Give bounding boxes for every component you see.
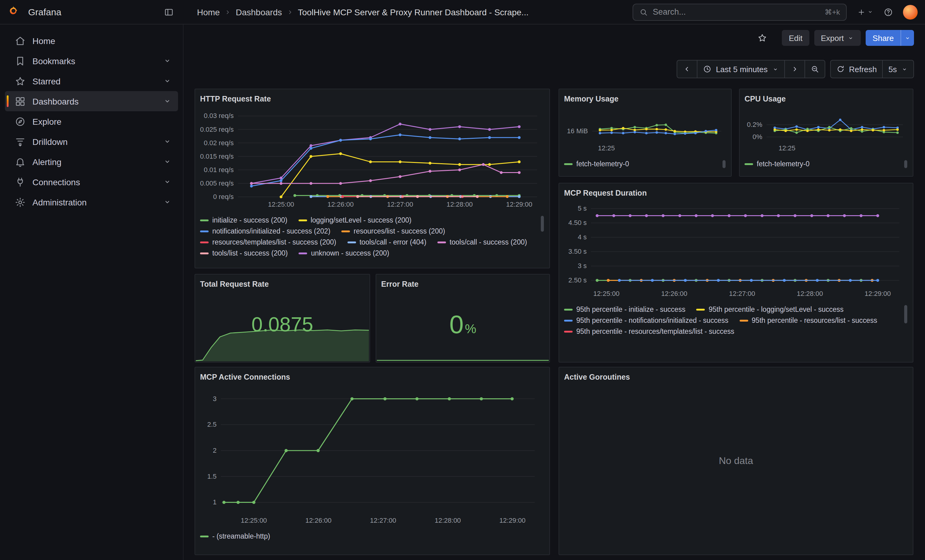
sidebar-item-starred[interactable]: Starred bbox=[5, 71, 178, 91]
sidebar-item-label: Drilldown bbox=[32, 137, 156, 146]
legend-scrollbar[interactable] bbox=[541, 216, 544, 232]
legend-scrollbar[interactable] bbox=[723, 160, 726, 168]
legend-item[interactable]: unknown - success (200) bbox=[299, 248, 389, 258]
legend-swatch bbox=[739, 320, 748, 321]
legend-scrollbar[interactable] bbox=[904, 305, 907, 323]
sidebar-item-dashboards[interactable]: Dashboards bbox=[5, 91, 178, 111]
legend-item[interactable]: 95th percentile - resources/list - succe… bbox=[739, 315, 877, 326]
dashboard-canvas: Edit Export Share bbox=[184, 24, 925, 560]
panel-total-request-rate: Total Request Rate 0.0875 bbox=[194, 274, 370, 363]
legend-label: - (streamable-http) bbox=[212, 533, 270, 540]
question-circle-icon bbox=[883, 7, 893, 17]
breadcrumb-home[interactable]: Home bbox=[197, 7, 220, 17]
svg-text:12:28:00: 12:28:00 bbox=[447, 201, 473, 208]
legend-item[interactable]: 95th percentile - initialize - success bbox=[564, 304, 685, 315]
cpu-usage-chart[interactable]: 0.2%0%12:25 bbox=[744, 105, 908, 153]
plus-icon bbox=[857, 8, 865, 16]
sidebar-item-bookmarks[interactable]: Bookmarks bbox=[5, 51, 178, 71]
legend-item[interactable]: tools/call - error (404) bbox=[347, 237, 426, 248]
refresh-interval-picker[interactable]: 5s bbox=[883, 60, 914, 78]
sidebar-item-alerting[interactable]: Alerting bbox=[5, 152, 178, 172]
legend-item[interactable]: initialize - success (200) bbox=[200, 215, 287, 225]
legend-scrollbar[interactable] bbox=[904, 160, 907, 168]
share-button[interactable]: Share bbox=[866, 30, 901, 46]
stat-value: 0 % bbox=[376, 287, 549, 362]
http-request-rate-chart[interactable]: 0 req/s0.005 req/s0.01 req/s0.015 req/s0… bbox=[200, 105, 543, 209]
chevron-down-icon[interactable] bbox=[163, 97, 172, 106]
legend-label: 95th percentile - notifications/initiali… bbox=[576, 317, 728, 324]
legend-item[interactable]: 95th percentile - logging/setLevel - suc… bbox=[696, 304, 844, 315]
panel-title[interactable]: CPU Usage bbox=[744, 93, 908, 105]
breadcrumb-current-dashboard: ToolHive MCP Server & Proxy Runner Dashb… bbox=[298, 7, 529, 17]
brand-name: Grafana bbox=[28, 7, 61, 17]
mcp-active-connections-chart[interactable]: 32.521.5112:25:0012:26:0012:27:0012:28:0… bbox=[200, 383, 543, 525]
time-shift-forward-button[interactable] bbox=[784, 60, 805, 78]
search-box[interactable]: ⌘+k bbox=[633, 3, 847, 21]
chevron-down-icon[interactable] bbox=[163, 177, 172, 186]
legend-item[interactable]: resources/templates/list - success (200) bbox=[200, 237, 336, 248]
sidebar-item-administration[interactable]: Administration bbox=[5, 192, 178, 212]
legend-item[interactable]: tools/call - success (200) bbox=[437, 237, 527, 248]
new-menu-button[interactable] bbox=[853, 3, 877, 21]
panel-title[interactable]: HTTP Request Rate bbox=[200, 93, 544, 105]
legend-item[interactable]: fetch-telemetry-0 bbox=[564, 158, 629, 169]
panel-memory-usage: Memory Usage 16 MiB12:25 fetch-telemetry… bbox=[559, 89, 732, 177]
dashboard-toolbar: Edit Export Share bbox=[754, 29, 914, 47]
chevron-down-icon[interactable] bbox=[163, 77, 172, 86]
time-range-picker[interactable]: Last 5 minutes bbox=[697, 60, 785, 78]
panel-title[interactable]: Memory Usage bbox=[564, 93, 726, 105]
legend-item[interactable]: 95th percentile - notifications/initiali… bbox=[564, 315, 728, 326]
panel-title[interactable]: MCP Active Connections bbox=[200, 371, 544, 383]
legend-item[interactable]: - (streamable-http) bbox=[200, 531, 270, 542]
time-shift-back-button[interactable] bbox=[676, 60, 698, 78]
error-rate-unit: % bbox=[465, 321, 476, 336]
zoom-out-button[interactable] bbox=[804, 60, 825, 78]
svg-text:4.50 s: 4.50 s bbox=[568, 219, 587, 227]
user-avatar[interactable] bbox=[903, 5, 917, 19]
sidebar-item-drilldown[interactable]: Drilldown bbox=[5, 131, 178, 152]
legend-item[interactable]: fetch-telemetry-0 bbox=[744, 158, 810, 169]
chevron-down-icon[interactable] bbox=[163, 56, 172, 65]
legend-swatch bbox=[200, 230, 209, 232]
mcp-request-duration-chart[interactable]: 5 s4.50 s4 s3.50 s3 s2.50 s12:25:0012:26… bbox=[564, 199, 907, 298]
sidebar-item-explore[interactable]: Explore bbox=[5, 111, 178, 131]
legend-label: logging/setLevel - success (200) bbox=[310, 216, 411, 224]
sidebar-item-home[interactable]: Home bbox=[5, 30, 178, 51]
search-input[interactable] bbox=[653, 8, 820, 17]
chevron-down-icon[interactable] bbox=[163, 197, 172, 207]
legend-item[interactable]: resources/list - success (200) bbox=[341, 225, 445, 237]
memory-usage-chart[interactable]: 16 MiB12:25 bbox=[564, 105, 726, 153]
drilldown-icon bbox=[15, 136, 26, 147]
refresh-group: Refresh 5s bbox=[830, 60, 914, 78]
sidebar-item-connections[interactable]: Connections bbox=[5, 172, 178, 192]
chevron-down-icon[interactable] bbox=[163, 137, 172, 146]
legend-item[interactable]: tools/list - success (200) bbox=[200, 248, 288, 258]
export-button[interactable]: Export bbox=[814, 30, 861, 46]
chevron-down-icon[interactable] bbox=[163, 157, 172, 166]
svg-text:12:25:00: 12:25:00 bbox=[594, 290, 620, 297]
svg-text:12:27:00: 12:27:00 bbox=[370, 516, 396, 524]
help-button[interactable] bbox=[880, 3, 897, 21]
edit-button[interactable]: Edit bbox=[782, 30, 809, 46]
legend-swatch bbox=[696, 308, 705, 310]
clock-icon bbox=[703, 65, 711, 74]
panel-error-rate: Error Rate 0 % bbox=[376, 274, 550, 363]
breadcrumb-dashboards[interactable]: Dashboards bbox=[236, 7, 282, 17]
mega-menu-toggle-button[interactable] bbox=[160, 3, 178, 21]
favorite-star-button[interactable] bbox=[754, 29, 771, 47]
grafana-logo[interactable] bbox=[9, 5, 22, 19]
legend-item[interactable]: 95th percentile - resources/templates/li… bbox=[564, 326, 734, 337]
active-indicator bbox=[7, 95, 9, 107]
refresh-button[interactable]: Refresh bbox=[830, 60, 883, 78]
svg-text:12:25: 12:25 bbox=[779, 144, 795, 152]
legend-item[interactable]: notifications/initialized - success (202… bbox=[200, 225, 330, 237]
chevron-right-icon bbox=[790, 65, 798, 74]
panel-title[interactable]: MCP Request Duration bbox=[564, 187, 908, 199]
chevron-down-icon bbox=[772, 66, 779, 72]
sidebar-item-label: Alerting bbox=[32, 157, 156, 167]
share-options-button[interactable] bbox=[901, 30, 914, 46]
legend-item[interactable]: logging/setLevel - success (200) bbox=[298, 215, 411, 225]
svg-text:12:27:00: 12:27:00 bbox=[729, 290, 755, 297]
svg-text:2.5: 2.5 bbox=[207, 420, 217, 428]
compass-icon bbox=[15, 116, 26, 127]
